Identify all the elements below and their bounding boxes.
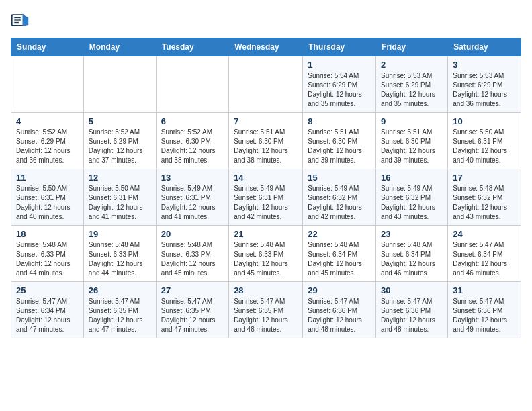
weekday-header: Saturday <box>448 38 521 56</box>
day-info: Sunrise: 5:49 AM Sunset: 6:32 PM Dayligh… <box>381 184 443 222</box>
day-info: Sunrise: 5:48 AM Sunset: 6:33 PM Dayligh… <box>234 240 298 278</box>
weekday-header: Monday <box>83 38 156 56</box>
day-number: 20 <box>161 229 224 239</box>
day-info: Sunrise: 5:48 AM Sunset: 6:32 PM Dayligh… <box>453 184 516 222</box>
day-info: Sunrise: 5:51 AM Sunset: 6:30 PM Dayligh… <box>234 128 298 165</box>
day-info: Sunrise: 5:52 AM Sunset: 6:29 PM Dayligh… <box>89 128 151 165</box>
calendar-day-cell: 12Sunrise: 5:50 AM Sunset: 6:31 PM Dayli… <box>83 169 156 226</box>
day-info: Sunrise: 5:49 AM Sunset: 6:32 PM Dayligh… <box>308 184 371 222</box>
calendar-day-cell: 14Sunrise: 5:49 AM Sunset: 6:31 PM Dayli… <box>229 169 303 226</box>
day-info: Sunrise: 5:47 AM Sunset: 6:35 PM Dayligh… <box>161 297 224 334</box>
empty-cell <box>83 56 156 113</box>
weekday-header: Sunday <box>11 38 84 56</box>
day-number: 8 <box>308 116 371 126</box>
day-info: Sunrise: 5:53 AM Sunset: 6:29 PM Dayligh… <box>381 71 443 109</box>
day-number: 10 <box>453 116 516 126</box>
day-number: 17 <box>453 173 516 183</box>
day-info: Sunrise: 5:47 AM Sunset: 6:36 PM Dayligh… <box>381 297 443 334</box>
day-number: 30 <box>381 285 443 295</box>
svg-marker-2 <box>23 14 29 26</box>
day-info: Sunrise: 5:48 AM Sunset: 6:34 PM Dayligh… <box>308 240 371 278</box>
calendar-day-cell: 24Sunrise: 5:47 AM Sunset: 6:34 PM Dayli… <box>448 226 521 282</box>
calendar-day-cell: 26Sunrise: 5:47 AM Sunset: 6:35 PM Dayli… <box>83 282 156 338</box>
calendar-day-cell: 5Sunrise: 5:52 AM Sunset: 6:29 PM Daylig… <box>83 113 156 169</box>
calendar-day-cell: 16Sunrise: 5:49 AM Sunset: 6:32 PM Dayli… <box>376 169 448 226</box>
day-info: Sunrise: 5:48 AM Sunset: 6:33 PM Dayligh… <box>16 240 79 278</box>
calendar-day-cell: 18Sunrise: 5:48 AM Sunset: 6:33 PM Dayli… <box>11 226 84 282</box>
calendar-day-cell: 15Sunrise: 5:49 AM Sunset: 6:32 PM Dayli… <box>303 169 376 226</box>
day-number: 31 <box>453 285 516 295</box>
day-info: Sunrise: 5:47 AM Sunset: 6:34 PM Dayligh… <box>16 297 79 334</box>
empty-cell <box>156 56 228 113</box>
day-info: Sunrise: 5:50 AM Sunset: 6:31 PM Dayligh… <box>453 128 516 165</box>
day-info: Sunrise: 5:48 AM Sunset: 6:33 PM Dayligh… <box>89 240 151 278</box>
day-info: Sunrise: 5:48 AM Sunset: 6:33 PM Dayligh… <box>161 240 224 278</box>
day-number: 28 <box>234 285 298 295</box>
day-number: 2 <box>381 60 443 70</box>
day-number: 11 <box>16 173 79 183</box>
day-info: Sunrise: 5:47 AM Sunset: 6:35 PM Dayligh… <box>234 297 298 334</box>
calendar-day-cell: 2Sunrise: 5:53 AM Sunset: 6:29 PM Daylig… <box>376 56 448 113</box>
day-number: 14 <box>234 173 298 183</box>
logo <box>11 11 32 30</box>
calendar-day-cell: 10Sunrise: 5:50 AM Sunset: 6:31 PM Dayli… <box>448 113 521 169</box>
day-number: 15 <box>308 173 371 183</box>
calendar-day-cell: 9Sunrise: 5:51 AM Sunset: 6:30 PM Daylig… <box>376 113 448 169</box>
day-number: 29 <box>308 285 371 295</box>
calendar-day-cell: 31Sunrise: 5:47 AM Sunset: 6:36 PM Dayli… <box>448 282 521 338</box>
weekday-header: Thursday <box>303 38 376 56</box>
calendar-day-cell: 25Sunrise: 5:47 AM Sunset: 6:34 PM Dayli… <box>11 282 84 338</box>
calendar-day-cell: 19Sunrise: 5:48 AM Sunset: 6:33 PM Dayli… <box>83 226 156 282</box>
day-number: 23 <box>381 229 443 239</box>
calendar-day-cell: 20Sunrise: 5:48 AM Sunset: 6:33 PM Dayli… <box>156 226 228 282</box>
page-header <box>11 11 521 30</box>
day-info: Sunrise: 5:47 AM Sunset: 6:36 PM Dayligh… <box>453 297 516 334</box>
calendar-day-cell: 13Sunrise: 5:49 AM Sunset: 6:31 PM Dayli… <box>156 169 228 226</box>
day-info: Sunrise: 5:49 AM Sunset: 6:31 PM Dayligh… <box>161 184 224 222</box>
calendar-day-cell: 21Sunrise: 5:48 AM Sunset: 6:33 PM Dayli… <box>229 226 303 282</box>
calendar-day-cell: 29Sunrise: 5:47 AM Sunset: 6:36 PM Dayli… <box>303 282 376 338</box>
day-number: 24 <box>453 229 516 239</box>
calendar-day-cell: 27Sunrise: 5:47 AM Sunset: 6:35 PM Dayli… <box>156 282 228 338</box>
day-number: 4 <box>16 116 79 126</box>
empty-cell <box>11 56 84 113</box>
empty-cell <box>229 56 303 113</box>
day-number: 22 <box>308 229 371 239</box>
day-info: Sunrise: 5:52 AM Sunset: 6:30 PM Dayligh… <box>161 128 224 165</box>
day-number: 9 <box>381 116 443 126</box>
calendar-day-cell: 3Sunrise: 5:53 AM Sunset: 6:29 PM Daylig… <box>448 56 521 113</box>
weekday-header: Friday <box>376 38 448 56</box>
day-info: Sunrise: 5:47 AM Sunset: 6:35 PM Dayligh… <box>89 297 151 334</box>
day-info: Sunrise: 5:53 AM Sunset: 6:29 PM Dayligh… <box>453 71 516 109</box>
day-info: Sunrise: 5:50 AM Sunset: 6:31 PM Dayligh… <box>89 184 151 222</box>
day-number: 12 <box>89 173 151 183</box>
day-info: Sunrise: 5:48 AM Sunset: 6:34 PM Dayligh… <box>381 240 443 278</box>
day-number: 1 <box>308 60 371 70</box>
day-number: 13 <box>161 173 224 183</box>
day-info: Sunrise: 5:47 AM Sunset: 6:34 PM Dayligh… <box>453 240 516 278</box>
calendar-day-cell: 22Sunrise: 5:48 AM Sunset: 6:34 PM Dayli… <box>303 226 376 282</box>
calendar-day-cell: 8Sunrise: 5:51 AM Sunset: 6:30 PM Daylig… <box>303 113 376 169</box>
calendar-day-cell: 1Sunrise: 5:54 AM Sunset: 6:29 PM Daylig… <box>303 56 376 113</box>
logo-icon <box>11 11 30 30</box>
day-info: Sunrise: 5:47 AM Sunset: 6:36 PM Dayligh… <box>308 297 371 334</box>
day-info: Sunrise: 5:51 AM Sunset: 6:30 PM Dayligh… <box>381 128 443 165</box>
day-number: 26 <box>89 285 151 295</box>
day-info: Sunrise: 5:54 AM Sunset: 6:29 PM Dayligh… <box>308 71 371 109</box>
day-number: 19 <box>89 229 151 239</box>
day-info: Sunrise: 5:51 AM Sunset: 6:30 PM Dayligh… <box>308 128 371 165</box>
calendar-day-cell: 23Sunrise: 5:48 AM Sunset: 6:34 PM Dayli… <box>376 226 448 282</box>
calendar-day-cell: 7Sunrise: 5:51 AM Sunset: 6:30 PM Daylig… <box>229 113 303 169</box>
weekday-header: Wednesday <box>229 38 303 56</box>
day-info: Sunrise: 5:50 AM Sunset: 6:31 PM Dayligh… <box>16 184 79 222</box>
day-number: 16 <box>381 173 443 183</box>
calendar-table: SundayMondayTuesdayWednesdayThursdayFrid… <box>11 38 521 338</box>
day-number: 21 <box>234 229 298 239</box>
calendar-day-cell: 6Sunrise: 5:52 AM Sunset: 6:30 PM Daylig… <box>156 113 228 169</box>
day-number: 6 <box>161 116 224 126</box>
day-number: 27 <box>161 285 224 295</box>
day-info: Sunrise: 5:49 AM Sunset: 6:31 PM Dayligh… <box>234 184 298 222</box>
day-number: 25 <box>16 285 79 295</box>
calendar-day-cell: 11Sunrise: 5:50 AM Sunset: 6:31 PM Dayli… <box>11 169 84 226</box>
calendar-day-cell: 17Sunrise: 5:48 AM Sunset: 6:32 PM Dayli… <box>448 169 521 226</box>
